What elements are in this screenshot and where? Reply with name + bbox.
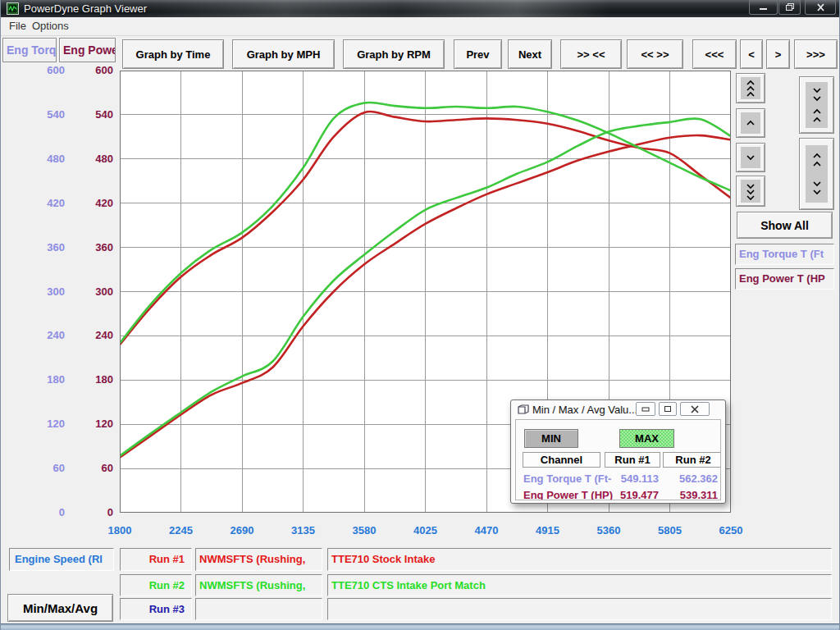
y-scale-up-fast-button[interactable] bbox=[736, 73, 765, 103]
minmax-window-icon bbox=[518, 404, 530, 414]
window-title: PowerDyne Graph Viewer bbox=[24, 2, 147, 15]
graph-by-rpm-button[interactable]: Graph by RPM bbox=[343, 39, 445, 69]
title-bar[interactable]: PowerDyne Graph Viewer bbox=[1, 0, 839, 17]
tab-eng-power[interactable]: Eng Powe bbox=[59, 38, 116, 62]
tab-eng-torque[interactable]: Eng Torq bbox=[2, 38, 57, 62]
x-tick-4470: 4470 bbox=[460, 524, 513, 536]
column-header-run1: Run #1 bbox=[605, 452, 660, 468]
torque-channel-label: Eng Torque T (Ft bbox=[735, 244, 834, 265]
prev-button[interactable]: Prev bbox=[454, 39, 502, 69]
scroll-far-left-button[interactable]: <<< bbox=[692, 39, 737, 69]
y-tick-torque-0: 0 bbox=[16, 506, 65, 519]
x-tick-5805: 5805 bbox=[644, 524, 696, 536]
window-bottom-border bbox=[1, 623, 839, 630]
x-tick-3135: 3135 bbox=[277, 524, 330, 536]
minmax-window[interactable]: Min / Max / Avg Valu... MIN MAX Channel … bbox=[510, 399, 726, 504]
minmax-title-bar[interactable]: Min / Max / Avg Valu... bbox=[511, 400, 725, 418]
column-header-run2: Run #2 bbox=[663, 452, 721, 468]
x-channel-label: Engine Speed (RI bbox=[9, 548, 114, 571]
x-tick-2690: 2690 bbox=[216, 524, 268, 536]
y-tick-torque-480: 480 bbox=[16, 153, 65, 166]
zoom-out-x-button[interactable]: << >> bbox=[627, 39, 683, 69]
power-channel-label: Eng Power T (HP bbox=[735, 268, 834, 290]
scroll-far-right-button[interactable]: >>> bbox=[794, 39, 838, 69]
chevrons-collapse-icon bbox=[806, 82, 828, 128]
x-tick-3580: 3580 bbox=[338, 524, 390, 536]
chevron-down-icon bbox=[741, 147, 760, 168]
x-tick-6250: 6250 bbox=[705, 524, 757, 536]
chevron-up-icon bbox=[741, 112, 760, 134]
column-header-channel: Channel bbox=[523, 452, 600, 468]
y-tick-torque-240: 240 bbox=[16, 329, 65, 342]
minmax-table: MIN MAX Channel Run #1 Run #2 Eng Torque… bbox=[515, 419, 721, 500]
y-range-collapse-button[interactable] bbox=[799, 76, 834, 134]
y-tick-torque-600: 600 bbox=[16, 64, 65, 77]
row-power-run1-value: 519.477 bbox=[601, 489, 659, 500]
x-tick-4025: 4025 bbox=[399, 524, 452, 536]
minimize-icon bbox=[641, 406, 650, 413]
menu-bar: File Options bbox=[1, 17, 839, 36]
max-toggle-button[interactable]: MAX bbox=[619, 429, 674, 448]
run2-file: NWMSFTS (Rushing, bbox=[195, 574, 322, 596]
y-tick-power-300: 300 bbox=[64, 285, 113, 299]
titlebar-glare bbox=[148, 0, 608, 17]
y-tick-power-60: 60 bbox=[64, 462, 113, 475]
y-tick-power-0: 0 bbox=[64, 506, 113, 519]
close-button[interactable] bbox=[805, 0, 836, 15]
app-window: PowerDyne Graph Viewer File Options Eng … bbox=[0, 0, 840, 630]
x-tick-2245: 2245 bbox=[155, 524, 208, 536]
min-toggle-button[interactable]: MIN bbox=[524, 429, 578, 448]
y-tick-torque-180: 180 bbox=[16, 373, 65, 386]
graph-by-time-button[interactable]: Graph by Time bbox=[122, 39, 224, 69]
run3-label: Run #3 bbox=[120, 598, 192, 620]
run3-description bbox=[327, 598, 832, 620]
scroll-left-button[interactable]: < bbox=[740, 39, 763, 69]
y-tick-power-540: 540 bbox=[64, 108, 113, 121]
y-tick-torque-540: 540 bbox=[16, 108, 65, 121]
triple-chevron-up-icon bbox=[741, 77, 760, 99]
run2-description: TTE710 CTS Intake Port Match bbox=[327, 574, 832, 596]
row-torque-channel: Eng Torque T (Ft- bbox=[523, 472, 611, 485]
row-power-channel: Eng Power T (HP) bbox=[523, 489, 613, 500]
graph-by-mph-button[interactable]: Graph by MPH bbox=[232, 39, 335, 69]
chevrons-expand-icon bbox=[806, 145, 828, 203]
restore-icon bbox=[785, 2, 795, 11]
row-torque-run1-value: 549.113 bbox=[601, 472, 659, 485]
x-tick-1800: 1800 bbox=[94, 524, 146, 536]
triple-chevron-down-icon bbox=[741, 180, 760, 203]
zoom-in-x-button[interactable]: >> << bbox=[560, 39, 622, 69]
y-tick-power-480: 480 bbox=[64, 153, 113, 166]
y-tick-power-180: 180 bbox=[64, 373, 113, 386]
minmax-close-button[interactable] bbox=[680, 402, 710, 416]
menu-options[interactable]: Options bbox=[27, 17, 74, 35]
y-tick-power-600: 600 bbox=[64, 64, 113, 77]
y-scale-down-button[interactable] bbox=[736, 143, 765, 172]
run1-file: NWMSFTS (Rushing, bbox=[195, 548, 322, 571]
next-button[interactable]: Next bbox=[508, 39, 552, 69]
y-tick-power-240: 240 bbox=[64, 329, 113, 342]
minmax-restore-button[interactable] bbox=[659, 402, 677, 416]
y-scale-up-button[interactable] bbox=[736, 108, 765, 138]
minmaxavg-button[interactable]: Min/Max/Avg bbox=[7, 594, 113, 622]
y-tick-power-420: 420 bbox=[64, 197, 113, 210]
minimize-icon bbox=[759, 3, 769, 11]
run3-file bbox=[195, 598, 322, 620]
close-icon bbox=[690, 405, 700, 413]
y-range-expand-button[interactable] bbox=[799, 138, 834, 210]
y-scale-down-fast-button[interactable] bbox=[736, 176, 765, 207]
run1-description: TTE710 Stock Intake bbox=[327, 548, 832, 571]
y-tick-power-360: 360 bbox=[64, 241, 113, 254]
y-tick-torque-360: 360 bbox=[16, 241, 65, 254]
row-power-run2-value: 539.311 bbox=[660, 489, 718, 500]
minmax-window-title: Min / Max / Avg Valu... bbox=[532, 404, 637, 416]
y-tick-torque-300: 300 bbox=[16, 285, 65, 299]
scroll-right-button[interactable]: > bbox=[766, 39, 790, 69]
row-torque-run2-value: 562.362 bbox=[660, 472, 718, 485]
minimize-button[interactable] bbox=[749, 0, 778, 15]
show-all-button[interactable]: Show All bbox=[737, 212, 833, 239]
minmax-minimize-button[interactable] bbox=[636, 402, 655, 416]
run1-label: Run #1 bbox=[120, 548, 192, 571]
restore-button[interactable] bbox=[778, 0, 801, 15]
x-tick-5360: 5360 bbox=[582, 524, 635, 536]
y-tick-power-120: 120 bbox=[64, 418, 113, 431]
